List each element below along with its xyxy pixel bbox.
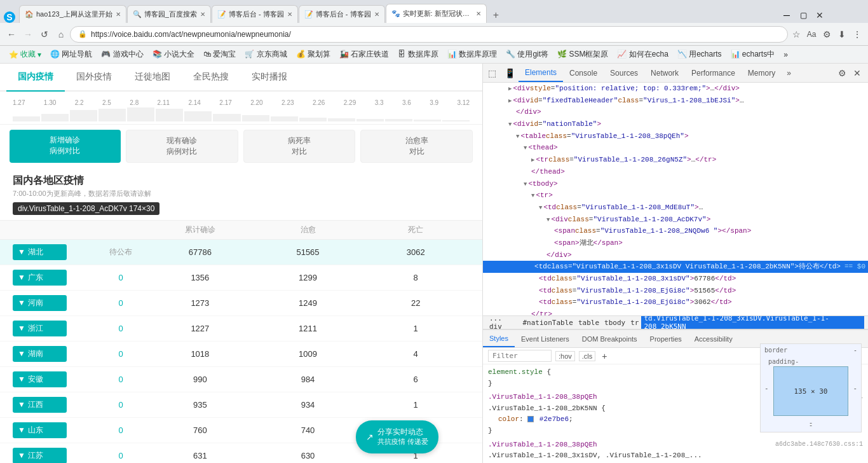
home-button[interactable]: ⌂ (53, 27, 69, 42)
tab-close[interactable]: ✕ (287, 11, 292, 18)
devtools-mobile-icon[interactable]: 📱 (501, 64, 519, 82)
settings-icon[interactable]: ⚙ (820, 27, 834, 41)
bookmark-item[interactable]: 🔧 使用git将 (502, 48, 552, 61)
dt-more-tabs[interactable]: » (782, 65, 796, 81)
styles-tab-properties[interactable]: Properties (644, 330, 688, 347)
xml-line[interactable]: </tr> (483, 308, 868, 315)
styles-filter-input[interactable] (488, 350, 552, 362)
region-btn-henan[interactable]: ▼ 河南 (13, 295, 67, 311)
float-share-button[interactable]: ↗ 分享实时动态 共抗疫情 传递爱 (356, 420, 438, 453)
bc-item-div[interactable]: ... div (487, 315, 520, 329)
region-btn-jiangxi[interactable]: ▼ 江西 (13, 397, 67, 413)
tab-foreign[interactable]: 国外疫情 (65, 64, 123, 90)
bookmark-item[interactable]: ⭐ 收藏 ▾ (5, 48, 45, 61)
bookmark-item[interactable]: 💰 聚划算 (292, 48, 334, 61)
dt-tab-network[interactable]: Network (644, 64, 685, 82)
xml-line[interactable]: </div> (483, 106, 868, 118)
xml-line[interactable]: ▼ <td class="VirusTable_1-1-208_MdE8uT">… (483, 202, 868, 214)
region-btn-jiangsu[interactable]: ▼ 江苏 (13, 448, 67, 463)
xml-line[interactable]: <span>湖北</span> (483, 237, 868, 249)
stat-btn-recovery[interactable]: 治愈率 对比 (360, 130, 473, 163)
styles-add-rule-btn[interactable]: + (599, 351, 609, 361)
style-selector[interactable]: element.style (488, 368, 543, 376)
dt-tab-performance[interactable]: Performance (685, 64, 742, 82)
xml-line[interactable]: <td class="VirusTable_1-1-208_EjGi8c">51… (483, 285, 868, 297)
xml-line[interactable]: ▶ <tr class="VirusTable_1-1-208_26gN5Z">… (483, 154, 868, 166)
forward-button[interactable]: → (20, 27, 36, 42)
bookmark-item[interactable]: 🛍 爱淘宝 (200, 48, 240, 61)
tab-live[interactable]: 实时播报 (240, 64, 299, 90)
tab[interactable]: 📝 博客后台 - 博客园 ✕ (212, 5, 298, 23)
bc-item-table[interactable]: table (576, 318, 602, 328)
bookmark-item[interactable]: 🌐 网址导航 (46, 48, 96, 61)
dt-tab-sources[interactable]: Sources (604, 64, 644, 82)
dt-tab-console[interactable]: Console (563, 64, 604, 82)
close-window-button[interactable]: ✕ (812, 8, 827, 23)
xml-line[interactable]: <td class="VirusTable_1-1-208_EjGi8c">30… (483, 296, 868, 308)
region-btn-guangdong[interactable]: ▼ 广东 (13, 270, 67, 286)
tab-search[interactable]: 全民热搜 (182, 64, 240, 90)
translate-icon[interactable]: Aa (804, 27, 818, 41)
stat-btn-new[interactable]: 新增确诊 病例对比 (10, 130, 121, 163)
tab-close[interactable]: ✕ (116, 11, 121, 18)
style-selector[interactable]: .VirusTable_1-1-208_38pQEh (488, 441, 597, 448)
dt-settings-icon[interactable]: ⚙ (835, 66, 849, 80)
tab[interactable]: 📝 博客后台 - 博客园 ✕ (299, 5, 385, 23)
bookmark-item[interactable]: 📉 用echarts (674, 48, 726, 61)
bookmark-star[interactable]: ☆ (789, 27, 803, 41)
stat-btn-current[interactable]: 现有确诊 病例对比 (126, 130, 238, 163)
xml-line[interactable]: ▼ <table class="VirusTable_1-1-208_38pQE… (483, 130, 868, 142)
xml-line[interactable]: ▼ <tr> (483, 190, 868, 202)
xml-line[interactable]: ▶ <div id="fixedTableHeader" class="Viru… (483, 95, 868, 107)
region-btn-zhejiang[interactable]: ▼ 浙江 (13, 321, 67, 336)
xml-line-selected[interactable]: <td class="VirusTable_1-1-208_3x1sDV Vir… (483, 261, 868, 273)
download-icon[interactable]: ⬇ (835, 27, 849, 41)
xml-line[interactable]: ▼ <tbody> (483, 178, 868, 190)
dt-tab-memory[interactable]: Memory (742, 64, 782, 82)
region-btn-hunan[interactable]: ▼ 湖南 (13, 346, 67, 362)
bookmark-item[interactable]: 🗄 数据库原 (394, 48, 442, 61)
bc-item-nation[interactable]: #nationTable (520, 318, 575, 328)
region-btn-shandong[interactable]: ▼ 山东 (13, 422, 67, 438)
menu-icon[interactable]: ⋮ (850, 27, 864, 41)
xml-line[interactable]: </div> (483, 249, 868, 261)
styles-tab-events[interactable]: Event Listeners (515, 330, 576, 347)
xml-line[interactable]: ▼ <thead> (483, 142, 868, 154)
tile-button[interactable]: ▢ (796, 8, 811, 23)
tab-close[interactable]: ✕ (374, 11, 379, 18)
minimize-button[interactable]: ─ (779, 8, 794, 23)
tab-active[interactable]: 🐾 实时更新: 新型冠状病... ✕ (386, 4, 487, 23)
xml-line[interactable]: </thead> (483, 166, 868, 178)
styles-tab-accessibility[interactable]: Accessibility (688, 330, 739, 347)
styles-tab-dom[interactable]: DOM Breakpoints (576, 330, 644, 347)
region-btn-anhui[interactable]: ▼ 安徽 (13, 371, 67, 387)
tab[interactable]: 🏠 hao123_上网从这里开始 ✕ (19, 5, 126, 23)
devtools-inspect-icon[interactable]: ⬚ (483, 64, 501, 82)
tab-domestic[interactable]: 国内疫情 (6, 64, 65, 92)
bc-item-tbody[interactable]: tbody (602, 318, 628, 328)
xml-line[interactable]: ▶ <div style="position: relative; top: 0… (483, 83, 868, 95)
address-bar[interactable]: 🔒 https://voice.baidu.com/act/newpneumon… (70, 26, 788, 43)
bookmark-item[interactable]: 🚂 石家庄铁道 (336, 48, 393, 61)
bookmark-item[interactable]: 📊 数据库原理 (444, 48, 501, 61)
style-selector[interactable]: .VirusTable_1-1-208_38pQEh (488, 393, 597, 401)
bc-item-td-selected[interactable]: td.VirusTable_1-1-208_3x1sDV.VirusTable_… (641, 315, 864, 329)
region-btn-hubei[interactable]: ▼ 湖北 (13, 244, 67, 260)
xml-line[interactable]: ▼ <div id="nationTable"> (483, 118, 868, 130)
bc-item-tr[interactable]: tr (628, 318, 641, 328)
bookmark-item[interactable]: 📊 echarts中 (727, 48, 779, 61)
tab-close[interactable]: ✕ (200, 11, 205, 18)
stat-btn-mortality[interactable]: 病死率 对比 (243, 130, 356, 163)
xml-line[interactable]: ▼ <div class="VirusTable_1-1-208_AcDK7v"… (483, 214, 868, 226)
new-tab-button[interactable]: + (487, 8, 505, 23)
back-button[interactable]: ← (4, 27, 19, 42)
xml-line[interactable]: <td class="VirusTable_1-1-208_3x1sDV">67… (483, 273, 868, 285)
bookmark-more[interactable]: » (780, 49, 792, 60)
tab-migration[interactable]: 迁徙地图 (123, 64, 182, 90)
bookmark-item[interactable]: 🎮 游戏中心 (97, 48, 147, 61)
refresh-button[interactable]: ↺ (37, 27, 52, 42)
dt-tab-elements[interactable]: Elements (519, 64, 563, 82)
dt-close-icon[interactable]: ✕ (850, 66, 864, 80)
tab-close[interactable]: ✕ (476, 10, 481, 17)
xml-line[interactable]: <span class="VirusTable_1-1-208_2NQDw6 "… (483, 225, 868, 237)
